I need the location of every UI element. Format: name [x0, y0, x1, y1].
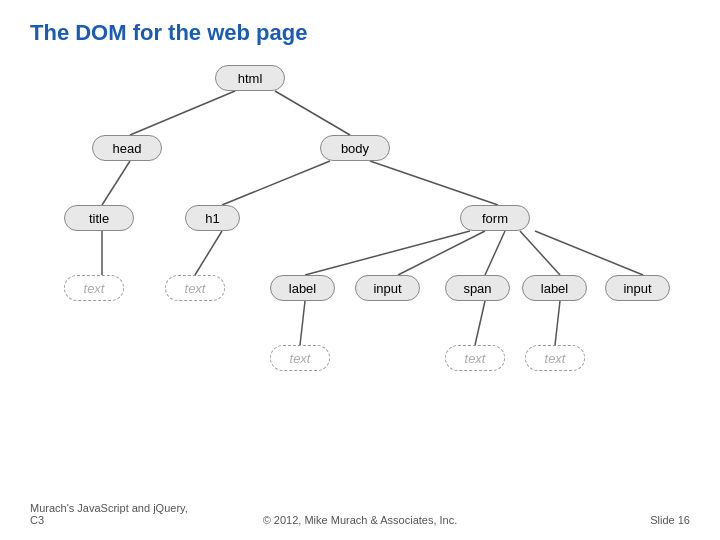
node-span: span: [445, 275, 510, 301]
node-input1: input: [355, 275, 420, 301]
node-input2: input: [605, 275, 670, 301]
slide-title: The DOM for the web page: [30, 20, 690, 46]
svg-line-1: [275, 91, 350, 135]
footer-left: Murach's JavaScript and jQuery, C3: [30, 502, 188, 526]
node-html: html: [215, 65, 285, 91]
svg-line-11: [535, 231, 643, 275]
node-title: title: [64, 205, 134, 231]
svg-line-3: [222, 161, 330, 205]
svg-line-14: [555, 301, 560, 345]
node-head: head: [92, 135, 162, 161]
node-text3: text: [270, 345, 330, 371]
node-text1: text: [64, 275, 124, 301]
node-label2: label: [522, 275, 587, 301]
svg-line-8: [398, 231, 485, 275]
node-body: body: [320, 135, 390, 161]
svg-line-2: [102, 161, 130, 205]
svg-line-4: [370, 161, 498, 205]
svg-line-6: [195, 231, 222, 275]
svg-line-9: [485, 231, 505, 275]
slide: The DOM for the web page: [0, 0, 720, 540]
node-h1: h1: [185, 205, 240, 231]
svg-line-12: [300, 301, 305, 345]
node-label1: label: [270, 275, 335, 301]
node-form: form: [460, 205, 530, 231]
node-text5: text: [525, 345, 585, 371]
svg-line-10: [520, 231, 560, 275]
node-text4: text: [445, 345, 505, 371]
footer-right: Slide 16: [650, 514, 690, 526]
node-text2: text: [165, 275, 225, 301]
svg-line-13: [475, 301, 485, 345]
footer-center: © 2012, Mike Murach & Associates, Inc.: [263, 514, 458, 526]
diagram: html head body title h1 form text text l…: [30, 65, 690, 495]
svg-line-7: [305, 231, 470, 275]
svg-line-0: [130, 91, 235, 135]
